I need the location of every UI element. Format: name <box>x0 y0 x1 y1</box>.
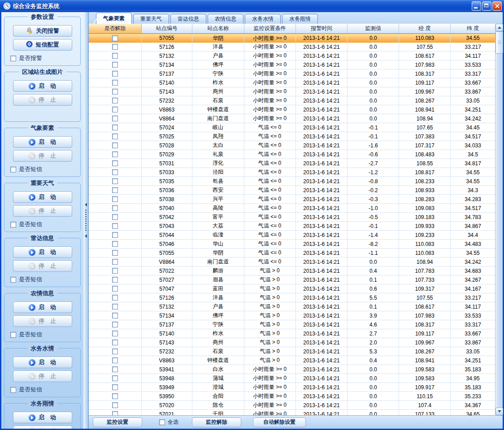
monitor-release-button[interactable]: 监控解除 <box>192 417 241 427</box>
table-row[interactable]: 57038兴平气温 <= 02013-1-6 14:21-0.3108.2833… <box>89 195 495 204</box>
row-checkbox[interactable] <box>112 313 118 318</box>
row-checkbox[interactable] <box>112 241 118 247</box>
table-row[interactable]: V8863钟楼盘道小时雨量 >= 02013-1-6 14:210.0108.9… <box>89 105 495 114</box>
table-row[interactable]: 57140柞水气温 > 02013-1-6 14:212.7109.11733.… <box>89 329 495 338</box>
splitter-grip[interactable] <box>85 210 87 231</box>
tab-农情信息[interactable]: 农情信息 <box>208 14 243 24</box>
row-checkbox[interactable] <box>112 393 118 399</box>
table-row[interactable]: 57132户县小时雨量 >= 02013-1-6 14:210.0108.617… <box>89 52 495 60</box>
sms-checkbox[interactable] <box>10 222 16 228</box>
row-checkbox[interactable] <box>112 142 118 148</box>
row-checkbox[interactable] <box>112 44 118 50</box>
table-row[interactable]: 57031淳化气温 <= 02013-1-6 14:21-2.7108.5534… <box>89 159 495 168</box>
row-checkbox[interactable] <box>112 340 118 345</box>
scroll-down-icon[interactable] <box>495 408 503 415</box>
row-checkbox[interactable] <box>112 187 118 193</box>
table-row[interactable]: 57134佛坪气温 > 02013-1-6 14:213.9107.98333.… <box>89 311 495 320</box>
tab-水务雨情[interactable]: 水务雨情 <box>282 14 318 24</box>
stop-button[interactable]: 停 止 <box>13 426 72 429</box>
row-checkbox[interactable] <box>112 402 118 408</box>
stop-button[interactable]: 停 止 <box>13 260 72 272</box>
table-row[interactable]: 53941白水小时雨量 >= 02013-1-6 14:210.0109.583… <box>89 365 495 374</box>
column-header[interactable]: 监测值 <box>348 24 399 33</box>
stop-button[interactable]: 停 止 <box>13 94 72 106</box>
table-row[interactable]: V8864南门盘道气温 <= 02013-1-6 14:210.0108.943… <box>89 258 495 267</box>
alarm-checkbox-row[interactable]: 是否报警 <box>10 54 80 62</box>
table-row[interactable]: 57143商州小时雨量 >= 02013-1-6 14:210.0109.967… <box>89 87 495 96</box>
select-all-row[interactable]: 全选 <box>159 418 178 426</box>
row-checkbox[interactable] <box>112 304 118 310</box>
row-checkbox[interactable] <box>112 322 118 327</box>
collapse-left-icon[interactable] <box>85 234 87 238</box>
row-checkbox[interactable] <box>112 53 118 59</box>
table-row[interactable]: 57047蓝田气温 > 02013-1-6 14:210.6109.31734.… <box>89 284 495 293</box>
auto-release-button[interactable]: 自动解除设置 <box>253 417 306 427</box>
scrollbar-thumb[interactable] <box>495 31 503 54</box>
scroll-up-icon[interactable] <box>495 24 503 31</box>
row-checkbox[interactable] <box>112 125 118 130</box>
row-checkbox[interactable] <box>112 89 118 95</box>
column-header[interactable]: 站点名称 <box>192 24 244 33</box>
row-checkbox[interactable] <box>112 366 118 372</box>
row-checkbox[interactable] <box>112 35 118 41</box>
start-button[interactable]: 启 动 <box>13 80 72 92</box>
column-header[interactable]: 站点编号 <box>142 24 192 33</box>
table-row[interactable]: 53948蒲城小时雨量 >= 02013-1-6 14:210.0109.583… <box>89 374 495 383</box>
start-button[interactable]: 启 动 <box>13 191 72 203</box>
table-row[interactable]: 57134佛坪小时雨量 >= 02013-1-6 14:210.0107.983… <box>89 60 495 69</box>
row-checkbox[interactable] <box>112 223 118 229</box>
tab-水务水情[interactable]: 水务水情 <box>245 14 281 24</box>
tab-重要天气[interactable]: 重要天气 <box>133 14 169 24</box>
row-checkbox[interactable] <box>112 232 118 238</box>
start-button[interactable]: 启 动 <box>13 412 72 423</box>
start-button[interactable]: 启 动 <box>13 246 72 258</box>
table-row[interactable]: 57132户县气温 > 02013-1-6 14:210.1108.61734.… <box>89 302 495 311</box>
table-row[interactable]: 57033泾阳气温 <= 02013-1-6 14:21-1.2108.8173… <box>89 168 495 177</box>
table-row[interactable]: V8864南门盘道小时雨量 >= 02013-1-6 14:210.0108.9… <box>89 114 495 123</box>
table-row[interactable]: 57126洋县气温 > 02013-1-6 14:215.5107.5533.2… <box>89 293 495 302</box>
table-row[interactable]: 57028太白气温 <= 02013-1-6 14:21-1.6107.3173… <box>89 141 495 150</box>
table-row[interactable]: 53950合阳小时雨量 >= 02013-1-6 14:210.0110.153… <box>89 392 495 401</box>
row-checkbox[interactable] <box>112 250 118 256</box>
row-checkbox[interactable] <box>112 151 118 157</box>
table-row[interactable]: 57027眉县气温 > 02013-1-6 14:210.1107.73334.… <box>89 275 495 284</box>
stop-button[interactable]: 停 止 <box>13 315 72 327</box>
row-checkbox[interactable] <box>112 169 118 175</box>
table-row[interactable]: 53949澄城小时雨量 >= 02013-1-6 14:210.0109.917… <box>89 383 495 392</box>
maximize-button[interactable] <box>482 1 491 11</box>
column-header[interactable]: 纬 度 <box>451 24 495 33</box>
row-checkbox[interactable] <box>112 286 118 292</box>
row-checkbox[interactable] <box>112 268 118 274</box>
tab-气象要素[interactable]: 气象要素 <box>96 13 132 24</box>
column-header[interactable]: 经 度 <box>399 24 451 33</box>
table-row[interactable]: 57021千阳小时雨量 >= 02013-1-6 14:210.0107.133… <box>89 410 495 415</box>
row-checkbox[interactable] <box>112 107 118 112</box>
row-checkbox[interactable] <box>112 98 118 103</box>
table-row[interactable]: 57044临潼气温 <= 02013-1-6 14:21-1.4109.2333… <box>89 231 495 240</box>
sidebar-splitter[interactable] <box>83 12 89 429</box>
table-row[interactable]: 57025凤翔气温 <= 02013-1-6 14:21-0.1107.3833… <box>89 132 495 141</box>
row-checkbox[interactable] <box>112 71 118 77</box>
row-checkbox[interactable] <box>112 205 118 211</box>
table-row[interactable]: 57232石泉气温 > 02013-1-6 14:215.3108.26733.… <box>89 347 495 356</box>
row-checkbox[interactable] <box>112 375 118 381</box>
close-button[interactable] <box>492 1 502 11</box>
monitor-set-button[interactable]: 监控设置 <box>93 417 142 427</box>
sms-checkbox-row[interactable]: 是否短信 <box>10 275 80 284</box>
table-row[interactable]: 57143商州气温 > 02013-1-6 14:212.0109.96733.… <box>89 338 495 347</box>
table-row[interactable]: 57042富平气温 <= 02013-1-6 14:21-0.5109.1833… <box>89 213 495 222</box>
sms-checkbox-row[interactable]: 是否短信 <box>10 220 80 228</box>
sms-checkbox[interactable] <box>10 387 16 393</box>
row-checkbox[interactable] <box>112 277 118 283</box>
table-row[interactable]: V8863钟楼盘道气温 > 02013-1-6 14:210.4108.9413… <box>89 356 495 365</box>
start-button[interactable]: 启 动 <box>13 357 72 368</box>
row-checkbox[interactable] <box>112 357 118 363</box>
start-button[interactable]: 启 动 <box>13 136 72 148</box>
table-row[interactable]: 57029礼泉气温 <= 02013-1-6 14:21-0.6108.4833… <box>89 150 495 159</box>
row-checkbox[interactable] <box>112 160 118 166</box>
row-checkbox[interactable] <box>112 116 118 121</box>
row-checkbox[interactable] <box>112 295 118 301</box>
table-row[interactable]: 57055华阴气温 <= 02013-1-6 14:21-1.1110.0833… <box>89 249 495 258</box>
row-checkbox[interactable] <box>112 214 118 220</box>
vertical-scrollbar[interactable] <box>495 24 503 415</box>
